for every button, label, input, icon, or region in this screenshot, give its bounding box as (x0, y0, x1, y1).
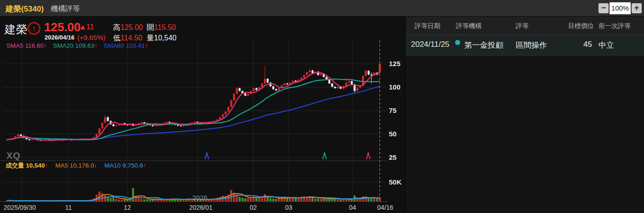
day-high: 高125.00 (113, 23, 143, 33)
volume-label: 量 (147, 34, 154, 42)
svg-text:125: 125 (389, 60, 400, 67)
sma5-value: 116.60 (25, 42, 44, 49)
x-axis-label: 04/16 (377, 204, 393, 211)
ratings-table-header: 評等日期 評等機構 評等 目標價位 前一次評等 (405, 17, 644, 35)
col-rating-org: 評等機構 (456, 22, 482, 30)
price-change: ▲11 (79, 23, 94, 31)
sma20-label: SMA20 (53, 42, 74, 49)
year-watermark: 2026 (192, 194, 207, 202)
svg-text:25: 25 (389, 153, 397, 161)
turnover-trend-up-icon: ↑ (45, 162, 48, 169)
org-dot-icon (455, 40, 460, 45)
sma60-trend-up-icon: ↑ (145, 42, 148, 49)
rating-value: 區間操作 (516, 40, 547, 50)
x-axis-label: 12 (124, 204, 131, 211)
vol-ma10-label: MA10 (104, 162, 120, 169)
col-target-price: 目標價位 (548, 22, 594, 30)
last-price: 125.00 (44, 20, 81, 34)
sma-legend: SMA5 116.60↑SMA20 109.63↑SMA60 103.41↑ (6, 42, 148, 49)
low-label: 低 (113, 34, 120, 42)
price-chart-pane[interactable]: 25507510012550K XQ 2026 建榮 ↑ 125.00 2026… (0, 17, 405, 213)
sma20-value: 109.63 (75, 42, 94, 49)
high-label: 高 (113, 23, 120, 31)
x-axis-label: 2025/09/30 (4, 204, 36, 211)
x-axis-label: 03 (285, 204, 292, 211)
limit-up-icon: ↑ (28, 22, 40, 35)
x-axis-label: 11 (65, 204, 72, 211)
vol-ma5-label: MA5 (55, 162, 68, 169)
svg-text:50K: 50K (389, 178, 402, 186)
zoom-level-value[interactable]: 100% (610, 2, 631, 14)
sma5-trend-up-icon: ↑ (44, 42, 47, 49)
vol-ma10-trend-up-icon: ↑ (143, 162, 146, 169)
sma60-label: SMA60 (104, 42, 124, 49)
previous-rating: 中立 (598, 40, 614, 50)
x-axis-label: 04 (349, 204, 356, 211)
zoom-out-button[interactable]: − (598, 3, 609, 13)
open-value: 115.50 (154, 23, 176, 31)
sma20-trend-up-icon: ↑ (94, 42, 97, 49)
vol-ma5-value: 10,176.0 (70, 162, 94, 169)
rating-table-row[interactable]: 2024/11/25 第一金投顧 區間操作 45 中立 (405, 35, 644, 56)
target-price: 45 (548, 40, 592, 49)
svg-text:50: 50 (389, 130, 397, 138)
vol-ma10-value: 9,750.6 (122, 162, 143, 169)
rating-org: 第一金投顧 (464, 40, 503, 50)
x-axis-label: 2026/01 (189, 204, 213, 211)
stock-name: 建榮 (5, 22, 28, 37)
vol-ma5-trend-down-icon: ↓ (94, 162, 97, 169)
day-volume: 量10,540 (147, 34, 177, 43)
volume-legend: 成交量 10,540↑MA5 10,176.0↓MA10 9,750.6↑ (6, 162, 146, 170)
sma60-value: 103.41 (126, 42, 145, 49)
low-value: 114.50 (120, 34, 142, 42)
high-value: 125.00 (120, 23, 143, 31)
stock-title: 建榮(5340) (6, 4, 44, 14)
svg-text:75: 75 (389, 106, 397, 114)
page-subtitle: 機構評等 (51, 4, 80, 14)
turnover-value: 10,540 (26, 162, 45, 169)
vendor-watermark: XQ (6, 151, 21, 161)
zoom-in-button[interactable]: + (632, 3, 642, 13)
price-change-percent: (+9.65%) (77, 34, 105, 41)
app-window: 建榮(5340) 機構評等 − 100% + 25507510012550K X… (0, 0, 644, 213)
quote-date: 2026/04/16 (45, 34, 74, 41)
sma5-label: SMA5 (6, 42, 23, 49)
volume-value: 10,540 (154, 34, 177, 42)
rating-date: 2024/11/25 (411, 40, 450, 49)
col-rating: 評等 (516, 22, 529, 30)
col-prev-rating: 前一次評等 (598, 22, 631, 30)
x-axis: 2025/09/3011122026/0102030404/16 (0, 204, 405, 213)
top-bar: 建榮(5340) 機構評等 − 100% + (0, 0, 644, 17)
svg-text:100: 100 (389, 83, 400, 91)
day-low: 低114.50 (113, 34, 142, 43)
open-label: 開 (147, 23, 154, 31)
x-axis-label: 02 (250, 204, 257, 211)
col-rating-date: 評等日期 (415, 22, 440, 30)
ratings-table-pane: 評等日期 評等機構 評等 目標價位 前一次評等 2024/11/25 第一金投顧… (405, 17, 644, 213)
turnover-label: 成交量 (6, 162, 24, 169)
day-open: 開115.50 (147, 23, 176, 33)
